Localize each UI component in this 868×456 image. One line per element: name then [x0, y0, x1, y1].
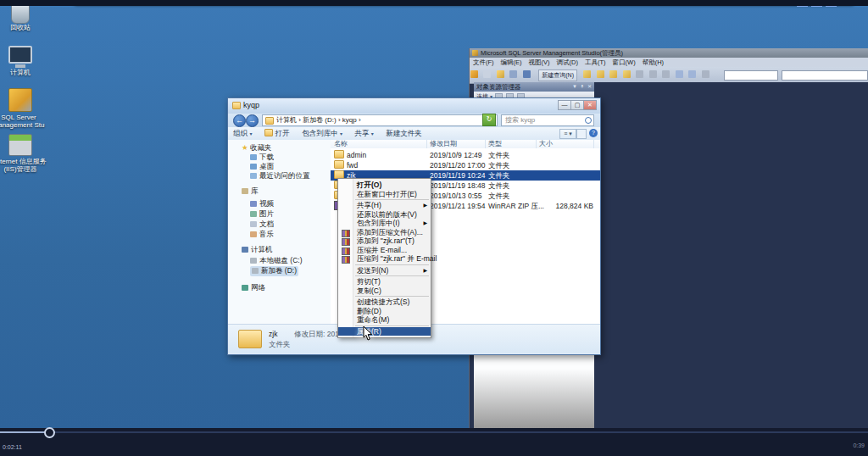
new-query-button[interactable]: 新建查询(N) — [538, 70, 577, 81]
cut-icon[interactable] — [636, 70, 643, 78]
sidebar-item-disk-c[interactable]: 本地磁盘 (C:) — [250, 256, 303, 266]
menu-item-delete[interactable]: 删除(D) — [338, 307, 431, 316]
database-icon[interactable] — [623, 70, 631, 78]
explorer-window-title: kyqp — [243, 101, 259, 109]
menu-item-edit[interactable]: 编辑(E) — [501, 58, 522, 66]
column-header-date[interactable]: 修改日期 — [430, 140, 457, 148]
player-progress-knob[interactable] — [44, 427, 55, 438]
sidebar-item-pictures[interactable]: 图片 — [250, 209, 274, 220]
pin-icon[interactable]: 🖈 — [580, 82, 585, 92]
menu-item-send-to[interactable]: 发送到(N)▶ — [338, 266, 431, 275]
desktop-icon-computer[interactable]: 计算机 — [3, 46, 37, 76]
documents-icon — [250, 221, 257, 227]
breadcrumb[interactable]: 计算机 › 新加卷 (D:) › kyqp › — [276, 116, 361, 124]
minimize-button[interactable]: — — [558, 100, 571, 110]
explorer-title-bar[interactable]: kyqp — ▢ ✕ — [228, 98, 600, 114]
open-button[interactable]: 打开 — [264, 129, 290, 137]
explorer-address-row: ← → 计算机 › 新加卷 (D:) › kyqp › ▾ ↻ 搜索 kyqp — [228, 114, 600, 127]
find-icon[interactable] — [702, 70, 709, 78]
redo-icon[interactable] — [688, 70, 696, 78]
refresh-button[interactable]: ↻ — [482, 114, 496, 126]
column-header-type[interactable]: 类型 — [488, 140, 502, 148]
window-position-icon[interactable]: ▼ — [572, 82, 577, 92]
menu-item-cut[interactable]: 剪切(T) — [338, 277, 431, 286]
menu-item-copy[interactable]: 复制(C) — [338, 286, 431, 296]
file-row[interactable]: fwd 2019/11/20 17:00文件夹 — [331, 160, 600, 170]
libraries-icon — [242, 188, 248, 194]
menu-item-share[interactable]: 共享(H)▶ — [338, 201, 431, 210]
sidebar-item-computer[interactable]: 计算机 — [242, 245, 273, 255]
sidebar-item-network[interactable]: 网络 — [242, 283, 265, 293]
database-icon[interactable] — [583, 70, 591, 78]
file-row[interactable]: admin 2019/10/9 12:49文件夹 — [331, 150, 600, 160]
winrar-icon — [342, 256, 350, 264]
search-input[interactable]: 搜索 kyqp — [501, 114, 594, 126]
address-bar[interactable]: 计算机 › 新加卷 (D:) › kyqp › ▾ — [262, 114, 498, 126]
back-button[interactable]: ← — [233, 114, 246, 127]
ssms-combobox[interactable] — [782, 70, 868, 81]
menu-item-open-new-window[interactable]: 在新窗口中打开(E) — [338, 190, 431, 199]
sidebar-item-disk-d[interactable]: 新加卷 (D:) — [250, 266, 298, 276]
sidebar-item-videos[interactable]: 视频 — [250, 199, 274, 209]
database-icon[interactable] — [597, 70, 604, 78]
forward-button[interactable]: → — [246, 114, 259, 127]
menu-item-create-shortcut[interactable]: 创建快捷方式(S) — [338, 298, 431, 307]
menu-item-rename[interactable]: 重命名(M) — [338, 315, 431, 325]
new-folder-button[interactable]: 新建文件夹 — [386, 129, 422, 137]
desktop-icon-ssms[interactable]: SQL Server Management Stu — [2, 88, 39, 112]
sidebar-item-documents[interactable]: 文档 — [250, 220, 274, 230]
close-icon[interactable]: ✕ — [587, 82, 592, 92]
save-all-icon[interactable] — [523, 70, 531, 78]
organize-menu[interactable]: 组织 ▾ — [233, 129, 252, 137]
new-project-icon[interactable] — [470, 70, 478, 78]
paste-icon[interactable] — [662, 70, 670, 78]
ssms-combobox[interactable] — [724, 70, 778, 81]
player-progress-track[interactable] — [0, 431, 868, 433]
sidebar-item-music[interactable]: 音乐 — [250, 230, 274, 240]
menu-item-debug[interactable]: 调试(D) — [557, 58, 578, 66]
pictures-icon — [250, 211, 257, 217]
undo-icon[interactable] — [676, 70, 683, 78]
sidebar-item-libraries[interactable]: 库 — [242, 186, 259, 197]
menu-item-include-in-library[interactable]: 包含到库中(I)▶ — [338, 219, 431, 228]
menu-item-compress-email[interactable]: 压缩并 E-mail... — [338, 246, 431, 255]
share-menu[interactable]: 共享 ▾ — [354, 129, 373, 137]
open-file-icon[interactable] — [483, 70, 491, 78]
object-explorer-title-bar[interactable]: 对象资源管理器 ▼ 🖈 ✕ — [474, 82, 594, 92]
open-icon[interactable] — [497, 70, 504, 78]
explorer-command-bar: 组织 ▾ 打开 包含到库中 ▾ 共享 ▾ 新建文件夹 ≡ ▾ ? — [228, 127, 600, 141]
search-icon[interactable] — [585, 117, 592, 124]
views-button[interactable]: ≡ ▾ — [559, 129, 576, 139]
maximize-button[interactable]: ▢ — [570, 100, 584, 110]
menu-item-open[interactable]: 打开(O) — [338, 181, 431, 190]
ssms-title-bar[interactable]: Microsoft SQL Server Management Studio(管… — [470, 48, 868, 58]
player-progress-played — [0, 431, 48, 433]
save-icon[interactable] — [509, 70, 517, 78]
column-header-name[interactable]: 名称 — [334, 140, 348, 148]
ssms-toolbar: 新建查询(N) — [470, 67, 868, 84]
include-in-library-menu[interactable]: 包含到库中 ▾ — [302, 129, 342, 137]
copy-icon[interactable] — [649, 70, 657, 78]
ssms-menu-bar: 文件(F)编辑(E)视图(V)调试(D)工具(T)窗口(W)帮助(H) — [470, 58, 868, 67]
menu-item-window[interactable]: 窗口(W) — [613, 58, 636, 66]
menu-item-add-to-zjk-rar[interactable]: 添加到 "zjk.rar"(T) — [338, 236, 431, 246]
desktop-icon-iis[interactable]: Internet 信息服务(IIS)管理器 — [2, 134, 39, 156]
column-header-size[interactable]: 大小 — [539, 140, 553, 148]
close-button[interactable]: ✕ — [583, 100, 597, 110]
menu-item-view[interactable]: 视图(V) — [529, 58, 550, 66]
menu-item-add-to-archive[interactable]: 添加到压缩文件(A)... — [338, 228, 431, 237]
details-type: 文件夹 — [269, 340, 291, 350]
preview-pane-button[interactable] — [576, 129, 587, 139]
ssms-mdi-area — [594, 82, 868, 428]
database-icon[interactable] — [609, 70, 617, 78]
menu-item-help[interactable]: 帮助(H) — [643, 58, 664, 66]
menu-item-restore-versions[interactable]: 还原以前的版本(V) — [338, 210, 431, 220]
menu-item-compress-zjk-email[interactable]: 压缩到 "zjk.rar" 并 E-mail — [338, 254, 431, 264]
help-button[interactable]: ? — [589, 129, 598, 137]
menu-item-tools[interactable]: 工具(T) — [585, 58, 606, 66]
sidebar-item-recent[interactable]: 最近访问的位置 — [250, 171, 310, 181]
downloads-icon — [250, 154, 257, 160]
menu-item-properties[interactable]: 属性(R) — [338, 327, 431, 336]
iis-icon — [8, 134, 32, 156]
menu-item-file[interactable]: 文件(F) — [473, 58, 494, 66]
